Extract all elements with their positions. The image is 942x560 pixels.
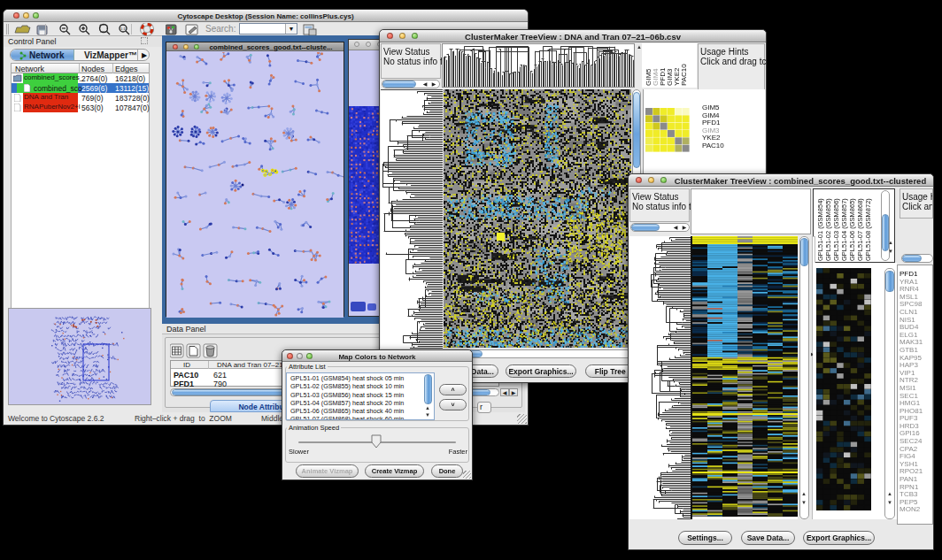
- svg-text:1:1: 1:1: [120, 27, 126, 31]
